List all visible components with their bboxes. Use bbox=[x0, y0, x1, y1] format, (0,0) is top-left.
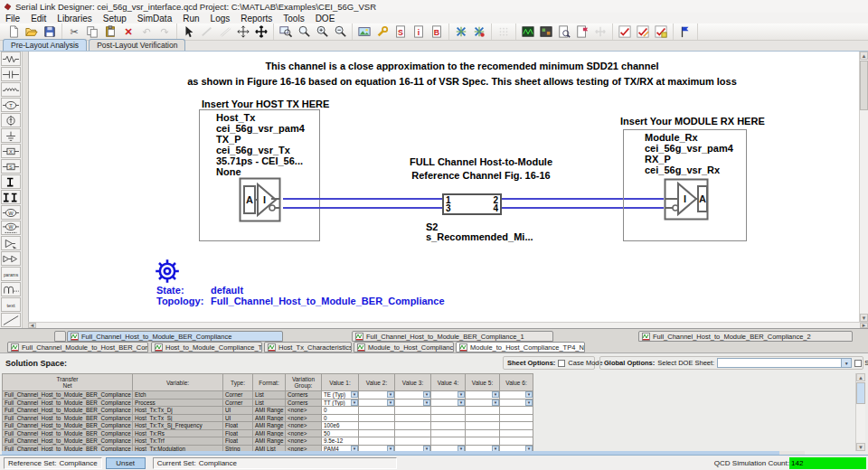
toolbar-open-button[interactable] bbox=[23, 24, 41, 40]
chevron-down-icon[interactable]: ▼ bbox=[387, 400, 394, 406]
value-cell[interactable]: 9.5e-12 bbox=[322, 437, 359, 446]
value-cell[interactable]: ▼ bbox=[431, 391, 466, 400]
scroll-up-icon[interactable]: ▲ bbox=[856, 373, 865, 381]
value-cell[interactable] bbox=[395, 437, 431, 446]
toolbar-paste-button[interactable] bbox=[101, 24, 119, 40]
menu-logs[interactable]: Logs bbox=[205, 14, 236, 24]
value-cell[interactable] bbox=[500, 430, 533, 438]
wire-host-n[interactable] bbox=[283, 207, 443, 209]
palette-params-button[interactable]: params bbox=[1, 267, 21, 281]
value-cell[interactable] bbox=[359, 422, 395, 430]
menu-setup[interactable]: Setup bbox=[98, 14, 132, 24]
case-mode-checkbox[interactable] bbox=[558, 360, 565, 367]
value-cell[interactable] bbox=[466, 407, 500, 415]
palette-scrollbar[interactable] bbox=[22, 52, 28, 328]
palette-buffer-pair-button[interactable] bbox=[1, 251, 21, 266]
value-cell[interactable]: 0 bbox=[322, 415, 359, 423]
toolbar-draw-bus-button[interactable] bbox=[216, 24, 234, 40]
menu-reports[interactable]: Reports bbox=[235, 14, 278, 24]
chevron-down-icon[interactable]: ▼ bbox=[525, 391, 533, 398]
value-cell[interactable]: ▼ bbox=[395, 400, 431, 408]
palette-w-element-button[interactable]: W bbox=[1, 205, 21, 220]
sheet-tab[interactable]: Module_to_Host_Compliance_TP4 bbox=[354, 342, 454, 352]
value-cell[interactable]: ▼ bbox=[431, 400, 466, 408]
sheet-tab-stub[interactable] bbox=[54, 331, 66, 342]
palette-s-element-button[interactable]: S bbox=[1, 159, 21, 174]
toolbar-simulate-alt-button[interactable] bbox=[470, 24, 488, 40]
chevron-down-icon[interactable]: ▼ bbox=[492, 391, 499, 398]
chevron-down-icon[interactable]: ▼ bbox=[458, 400, 465, 406]
value-cell[interactable]: ▼ bbox=[359, 391, 395, 400]
toolbar-zoom-button[interactable] bbox=[295, 24, 313, 40]
toolbar-grid-button[interactable] bbox=[495, 24, 513, 40]
value-cell[interactable] bbox=[500, 407, 533, 415]
toolbar-verify-edit-button[interactable] bbox=[616, 24, 634, 40]
wire-host-p[interactable] bbox=[283, 198, 443, 200]
value-cell[interactable]: 0 bbox=[322, 407, 359, 415]
toolbar-verify-brush-button[interactable] bbox=[634, 24, 652, 40]
palette-connector-button[interactable] bbox=[1, 282, 21, 296]
value-cell[interactable] bbox=[431, 407, 466, 415]
toolbar-verify-doc-button[interactable] bbox=[652, 24, 670, 40]
value-cell[interactable] bbox=[359, 415, 395, 423]
chevron-down-icon[interactable]: ▼ bbox=[387, 391, 394, 398]
toolbar-undo-button[interactable]: ↶ bbox=[137, 24, 156, 40]
value-cell[interactable] bbox=[466, 422, 500, 430]
value-cell[interactable] bbox=[395, 422, 431, 430]
palette-capacitor-button[interactable] bbox=[1, 67, 21, 81]
sheet-tab[interactable]: Full_Channel_Host_to_Module_BER_Complian… bbox=[67, 331, 283, 342]
sheet-tab[interactable]: Module_to_Host_Compliance_TP4_NE bbox=[456, 342, 585, 352]
toolbar-copy-button[interactable] bbox=[83, 24, 101, 40]
toolbar-zoom-in-button[interactable] bbox=[313, 24, 331, 40]
tab-post-layout-verification[interactable]: Post-Layout Verification bbox=[89, 39, 185, 51]
toolbar-report-s-button[interactable]: S bbox=[392, 24, 410, 40]
canvas-horizontal-scrollbar[interactable]: ◄ ► bbox=[28, 322, 868, 328]
value-cell[interactable] bbox=[359, 407, 395, 415]
chevron-down-icon[interactable]: ▼ bbox=[458, 391, 465, 398]
scroll-down-icon[interactable]: ▼ bbox=[860, 314, 868, 322]
toolbar-draw-line-button[interactable] bbox=[198, 24, 216, 40]
toolbar-save-button[interactable] bbox=[41, 24, 59, 40]
schematic-canvas[interactable]: This channel is a close approximation to… bbox=[28, 52, 859, 322]
chevron-down-icon[interactable]: ▼ bbox=[842, 358, 852, 368]
value-cell[interactable] bbox=[395, 430, 431, 438]
scroll-down-icon[interactable]: ▼ bbox=[856, 443, 865, 451]
toolbar-move-all-button[interactable] bbox=[252, 24, 270, 40]
menu-edit[interactable]: Edit bbox=[25, 14, 52, 24]
chevron-down-icon[interactable]: ▼ bbox=[525, 400, 533, 406]
toolbar-simulate-button[interactable] bbox=[452, 24, 470, 40]
toolbar-zoom-box-button[interactable] bbox=[277, 24, 295, 40]
palette-resistor-button[interactable] bbox=[1, 52, 21, 66]
unset-button[interactable]: Unset bbox=[106, 457, 146, 469]
toolbar-redo-button[interactable]: ↷ bbox=[156, 24, 174, 40]
toolbar-waveform-dark-button[interactable] bbox=[537, 24, 555, 40]
module-rx-buffer-symbol[interactable]: I A bbox=[664, 178, 709, 224]
value-cell[interactable]: 100e6 bbox=[322, 422, 359, 430]
palette-source-button[interactable] bbox=[1, 113, 21, 127]
chevron-down-icon[interactable]: ▼ bbox=[492, 400, 499, 406]
value-cell[interactable] bbox=[500, 437, 533, 446]
menu-file[interactable]: File bbox=[0, 14, 25, 24]
palette-text-button[interactable]: text bbox=[1, 297, 21, 312]
value-cell[interactable] bbox=[395, 407, 431, 415]
show-on-board-checkbox[interactable] bbox=[854, 360, 862, 367]
scroll-up-icon[interactable]: ▲ bbox=[860, 52, 868, 60]
palette-w-element-2-button[interactable]: W bbox=[1, 221, 21, 235]
sheet-tab[interactable]: Host_to_Module_Compliance_TP1a bbox=[151, 342, 262, 352]
toolbar-sweep-button[interactable] bbox=[591, 24, 609, 40]
canvas-vertical-scrollbar[interactable]: ▲ ▼ bbox=[859, 52, 868, 322]
toolbar-waveform-button[interactable] bbox=[519, 24, 537, 40]
value-cell[interactable]: ▼ bbox=[395, 391, 431, 400]
sheet-tab[interactable]: Host_Tx_Characteristics_TP0a bbox=[264, 342, 352, 352]
palette-ground-button[interactable] bbox=[1, 128, 21, 143]
toolbar-doc-flag-button[interactable] bbox=[573, 24, 591, 40]
value-cell[interactable] bbox=[466, 430, 500, 438]
chevron-down-icon[interactable]: ▼ bbox=[423, 400, 430, 406]
toolbar-report-b-button[interactable]: B bbox=[428, 24, 446, 40]
value-cell[interactable]: ▼ bbox=[500, 391, 533, 400]
value-cell[interactable]: TT (Typ)▼ bbox=[322, 400, 359, 408]
toolbar-tune-button[interactable] bbox=[373, 24, 392, 40]
toolbar-select-button[interactable] bbox=[180, 24, 198, 40]
state-gear-icon[interactable] bbox=[154, 258, 181, 288]
scroll-thumb[interactable] bbox=[860, 61, 868, 110]
